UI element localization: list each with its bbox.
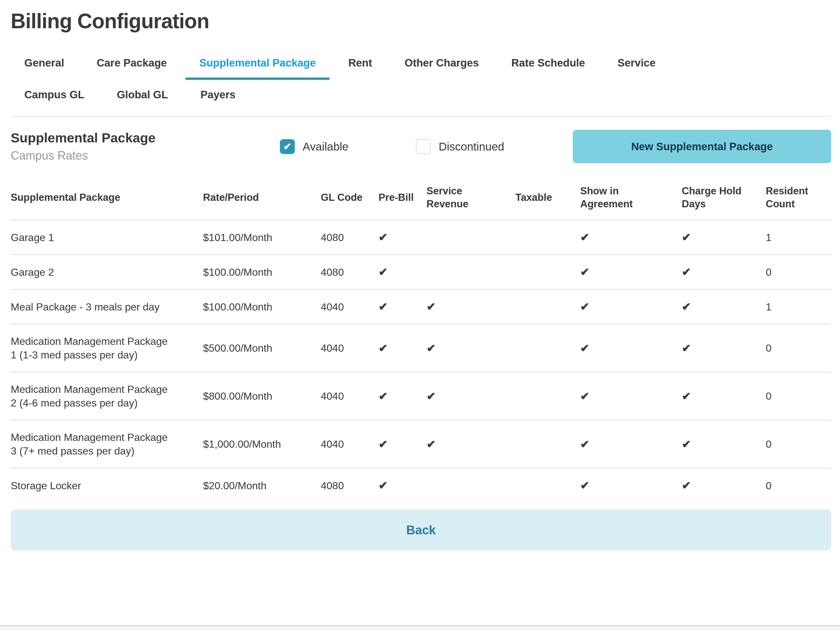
column-header-supplemental-package: Supplemental Package [11,182,203,213]
show-in-agreement-check-icon: ✔ [580,438,590,450]
tab-other-charges[interactable]: Other Charges [391,48,492,80]
resident-count: 1 [766,221,831,255]
pre-bill-check-icon: ✔ [379,390,388,402]
gl-code: 4080 [321,221,379,255]
show-in-agreement-check-icon: ✔ [580,266,590,278]
table-row[interactable]: Garage 2 $100.00/Month 4080 ✔ ✔ ✔ 0 [11,255,831,290]
tab-global-gl[interactable]: Global GL [103,80,182,112]
rate-period: $1,000.00/Month [203,427,321,461]
package-name: Garage 2 [11,255,203,289]
section-heading: Supplemental Package Campus Rates [11,130,280,163]
package-name: Meal Package - 3 meals per day [11,290,203,324]
resident-count: 1 [766,290,831,324]
section-subtitle: Campus Rates [11,149,280,163]
tab-rent[interactable]: Rent [335,48,385,80]
table-header-row: Supplemental Package Rate/Period GL Code… [11,176,831,220]
charge-hold-days-check-icon: ✔ [682,300,691,313]
table-row[interactable]: Medication Management Package 2 (4-6 med… [11,372,831,421]
tab-general[interactable]: General [11,48,78,80]
tab-campus-gl[interactable]: Campus GL [11,80,98,112]
pre-bill-check-icon: ✔ [379,438,388,450]
rate-period: $100.00/Month [203,255,321,289]
charge-hold-days-check-icon: ✔ [682,231,691,243]
table-row[interactable]: Medication Management Package 3 (7+ med … [11,421,831,468]
discontinued-checkbox[interactable] [416,139,431,154]
tab-bar: General Care Package Supplemental Packag… [11,48,831,117]
page-bottom-strip [0,625,840,631]
service-revenue-check-icon: ✔ [426,300,436,313]
gl-code: 4040 [321,331,379,365]
table-row[interactable]: Meal Package - 3 meals per day $100.00/M… [11,290,831,324]
supplemental-package-table: Supplemental Package Rate/Period GL Code… [11,176,831,503]
package-name: Storage Locker [11,469,203,503]
discontinued-filter[interactable]: Discontinued [416,139,504,154]
section-header: Supplemental Package Campus Rates Availa… [11,130,831,163]
rate-period: $100.00/Month [203,290,321,324]
pre-bill-check-icon: ✔ [379,342,388,354]
back-button[interactable]: Back [11,510,831,550]
tab-row-1: General Care Package Supplemental Packag… [11,48,831,80]
available-filter[interactable]: Available [280,139,348,154]
discontinued-label: Discontinued [439,140,504,153]
show-in-agreement-check-icon: ✔ [580,231,590,243]
gl-code: 4040 [321,379,379,413]
section-title: Supplemental Package [11,130,280,145]
tab-payers[interactable]: Payers [187,80,249,112]
package-name: Medication Management Package 2 (4-6 med… [11,372,203,420]
pre-bill-check-icon: ✔ [379,300,388,313]
pre-bill-check-icon: ✔ [379,479,388,492]
show-in-agreement-check-icon: ✔ [580,342,590,354]
table-body: Garage 1 $101.00/Month 4080 ✔ ✔ ✔ 1 Gara… [11,220,831,503]
new-supplemental-package-button[interactable]: New Supplemental Package [573,130,831,163]
package-name: Medication Management Package 3 (7+ med … [11,421,203,468]
show-in-agreement-check-icon: ✔ [580,479,590,492]
charge-hold-days-check-icon: ✔ [682,438,691,450]
charge-hold-days-check-icon: ✔ [682,479,691,492]
service-revenue-check-icon: ✔ [426,342,436,354]
charge-hold-days-check-icon: ✔ [682,390,691,402]
pre-bill-check-icon: ✔ [379,231,388,243]
tab-rate-schedule[interactable]: Rate Schedule [497,48,598,80]
service-revenue-check-icon: ✔ [426,438,436,450]
table-row[interactable]: Garage 1 $101.00/Month 4080 ✔ ✔ ✔ 1 [11,220,831,255]
package-name: Garage 1 [11,221,203,255]
resident-count: 0 [766,331,831,365]
rate-period: $20.00/Month [203,469,321,503]
tab-supplemental-package[interactable]: Supplemental Package [186,48,329,80]
rate-period: $101.00/Month [203,221,321,255]
resident-count: 0 [766,469,831,503]
tab-service[interactable]: Service [604,48,669,80]
gl-code: 4080 [321,255,379,289]
available-label: Available [303,140,348,153]
column-header-pre-bill: Pre-Bill [379,182,426,213]
resident-count: 0 [766,255,831,289]
table-row[interactable]: Storage Locker $20.00/Month 4080 ✔ ✔ ✔ 0 [11,468,831,503]
service-revenue-check-icon: ✔ [426,390,436,402]
charge-hold-days-check-icon: ✔ [682,342,691,354]
show-in-agreement-check-icon: ✔ [580,300,590,313]
rate-period: $800.00/Month [203,379,321,413]
gl-code: 4040 [321,427,379,461]
column-header-charge-hold-days: Charge Hold Days [682,176,766,220]
resident-count: 0 [766,379,831,413]
available-checkbox[interactable] [280,139,295,154]
package-name: Medication Management Package 1 (1-3 med… [11,324,203,372]
column-header-service-revenue: Service Revenue [426,176,515,220]
resident-count: 0 [766,427,831,461]
column-header-taxable: Taxable [515,182,580,213]
column-header-show-in-agreement: Show in Agreement [580,176,682,220]
table-row[interactable]: Medication Management Package 1 (1-3 med… [11,324,831,372]
pre-bill-check-icon: ✔ [379,266,388,278]
tab-care-package[interactable]: Care Package [83,48,180,80]
gl-code: 4080 [321,469,379,503]
show-in-agreement-check-icon: ✔ [580,390,590,402]
charge-hold-days-check-icon: ✔ [682,266,691,278]
rate-period: $500.00/Month [203,331,321,365]
column-header-rate-period: Rate/Period [203,182,321,213]
column-header-gl-code: GL Code [321,182,379,213]
page-title: Billing Configuration [11,9,831,33]
tab-row-2: Campus GL Global GL Payers [11,80,831,112]
gl-code: 4040 [321,290,379,324]
column-header-resident-count: Resident Count [766,176,831,220]
billing-configuration-page: Billing Configuration General Care Packa… [0,0,840,631]
